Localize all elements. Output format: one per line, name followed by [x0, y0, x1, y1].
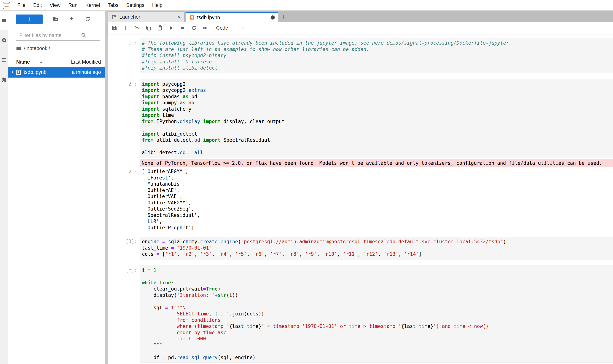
code-token: , — [378, 251, 384, 257]
notebook-icon — [189, 15, 194, 20]
code-token: 'r10' — [323, 251, 337, 257]
save-button[interactable] — [109, 23, 120, 33]
code-token: as — [180, 100, 186, 105]
sidebar-splitter[interactable] — [105, 11, 108, 364]
code-token: ) — [218, 286, 221, 292]
code-token — [168, 305, 171, 311]
cell-editor[interactable]: engine = sqlalchemy.create_engine("postg… — [140, 237, 613, 260]
file-list-header: Name ▲ Last Modified — [8, 57, 105, 67]
code-cell[interactable]: [2]:import psycopg2import psycopg2.extra… — [108, 79, 613, 158]
code-token: #!pip install psycopg2-binary — [142, 53, 226, 58]
code-token: where (timestamp ' — [142, 324, 229, 329]
output-line: 'SpectralResidual', — [142, 212, 611, 219]
menu-help[interactable]: Help — [148, 2, 166, 8]
new-folder-button[interactable] — [53, 16, 59, 22]
code-token: import — [142, 131, 159, 137]
code-token: "1970-01-01" — [177, 245, 212, 251]
code-token: True — [206, 286, 218, 292]
menu-edit[interactable]: Edit — [29, 2, 46, 8]
code-line: sql = f"""\ — [142, 305, 611, 311]
output-line: 'OutlierAE', — [142, 187, 611, 194]
code-token: ') and time < now() — [433, 324, 489, 329]
code-token: 'r4' — [218, 251, 229, 257]
cell-output-result: [2]:['OutlierAEGMM', 'IForest', 'Mahalan… — [108, 169, 613, 231]
cell-type-dropdown[interactable]: Code — [216, 25, 245, 31]
file-filter — [16, 30, 100, 41]
paste-icon — [157, 25, 163, 31]
code-token: pd — [188, 94, 197, 99]
code-token: { — [215, 311, 218, 317]
code-token: import — [142, 106, 159, 112]
cell-editor[interactable]: import psycopg2import psycopg2.extrasimp… — [140, 79, 613, 158]
code-cell[interactable]: [3]:engine = sqlalchemy.create_engine("p… — [108, 237, 613, 260]
column-header-last-modified[interactable]: Last Modified — [54, 57, 105, 67]
activity-bar — [0, 11, 8, 364]
cell-editor[interactable]: # The following libraries have already b… — [140, 38, 613, 73]
new-launcher-button[interactable]: + — [16, 14, 43, 24]
tab-label: tsdb.ipynb — [197, 15, 220, 20]
new-tab-button[interactable]: + — [278, 12, 289, 22]
menu-kernel[interactable]: Kernel — [82, 2, 104, 8]
code-line: #!pip install alibi-detect — [142, 65, 611, 71]
code-token: 'r3' — [200, 251, 212, 257]
menu-run[interactable]: Run — [64, 2, 82, 8]
code-cell[interactable]: [1]:# The following libraries have alrea… — [108, 38, 613, 73]
code-token: sqlalchemy. — [165, 239, 200, 244]
code-token: #!pip install alibi-detect — [142, 65, 218, 71]
code-line — [142, 298, 611, 305]
sidebar-item-extensions[interactable] — [0, 70, 8, 90]
upload-button[interactable] — [69, 16, 75, 22]
menu-view[interactable]: View — [46, 2, 64, 8]
name-header-label: Name — [16, 59, 30, 65]
restart-run-all-button[interactable] — [200, 23, 211, 33]
notebook-file-icon — [16, 70, 21, 75]
refresh-file-list-button[interactable] — [85, 16, 91, 22]
code-line: from alibi_detect.od import SpectralResi… — [142, 137, 611, 143]
sidebar-item-table-of-contents[interactable] — [0, 50, 8, 70]
code-token: i — [142, 267, 148, 273]
code-line: import pandas as pd — [142, 93, 611, 100]
tab-tsdb-notebook[interactable]: tsdb.ipynb — [186, 12, 278, 22]
tab-label: Launcher — [119, 14, 140, 20]
cell-input-prompt: [2]: — [108, 79, 140, 158]
file-list-item[interactable]: tsdb.ipynb a minute ago — [8, 67, 105, 78]
restart-icon — [191, 25, 197, 31]
code-line — [142, 125, 611, 131]
sort-ascending-icon: ▲ — [40, 60, 43, 64]
tab-launcher[interactable]: Launcher × — [108, 12, 184, 22]
code-token: "postgresql://admin:adminadmin@postgresq… — [241, 239, 503, 244]
filter-files-input[interactable] — [16, 30, 100, 41]
copy-cells-button[interactable] — [143, 23, 154, 33]
output-line: ['OutlierAEGMM', — [142, 169, 611, 175]
menu-tabs[interactable]: Tabs — [104, 2, 122, 8]
code-token: # These are just left in as examples to … — [142, 47, 369, 52]
code-token: . — [229, 311, 232, 317]
interrupt-kernel-button[interactable] — [177, 23, 188, 33]
run-cell-button[interactable] — [165, 23, 177, 33]
cell-editor[interactable]: i = 1 while True: clear_output(wait=True… — [140, 265, 613, 363]
code-token: [ — [159, 251, 165, 257]
sidebar-item-running-sessions[interactable] — [0, 30, 8, 50]
sidebar-item-file-browser[interactable] — [0, 11, 8, 30]
paste-cells-button[interactable] — [154, 23, 165, 33]
code-line: i = 1 — [142, 267, 611, 273]
save-icon — [111, 25, 117, 31]
code-cell[interactable]: [*]:i = 1 while True: clear_output(wait=… — [108, 265, 613, 363]
column-header-name[interactable]: Name ▲ — [8, 57, 54, 67]
code-token — [174, 245, 177, 251]
breadcrumb[interactable]: / notebook / — [16, 46, 105, 51]
menu-settings[interactable]: Settings — [122, 2, 148, 8]
code-token: import — [203, 119, 221, 124]
code-token: create_engine — [200, 239, 238, 244]
restart-kernel-button[interactable] — [188, 23, 200, 33]
menu-file[interactable]: File — [14, 2, 29, 8]
cut-cells-button[interactable]: ✂ — [131, 23, 143, 33]
code-token: ' = timestamp '1970-01-01' or time > tim… — [261, 324, 401, 329]
code-line: display('Iteration: '+str(i)) — [142, 292, 611, 299]
code-token: 'r7' — [270, 251, 282, 257]
notebook-cells: [1]:# The following libraries have alrea… — [108, 34, 613, 364]
code-line: #!pip install -U tsfresh — [142, 59, 611, 65]
code-token — [150, 267, 154, 273]
code-token: SpectralResidual — [221, 137, 270, 143]
insert-cell-button[interactable] — [120, 23, 131, 33]
